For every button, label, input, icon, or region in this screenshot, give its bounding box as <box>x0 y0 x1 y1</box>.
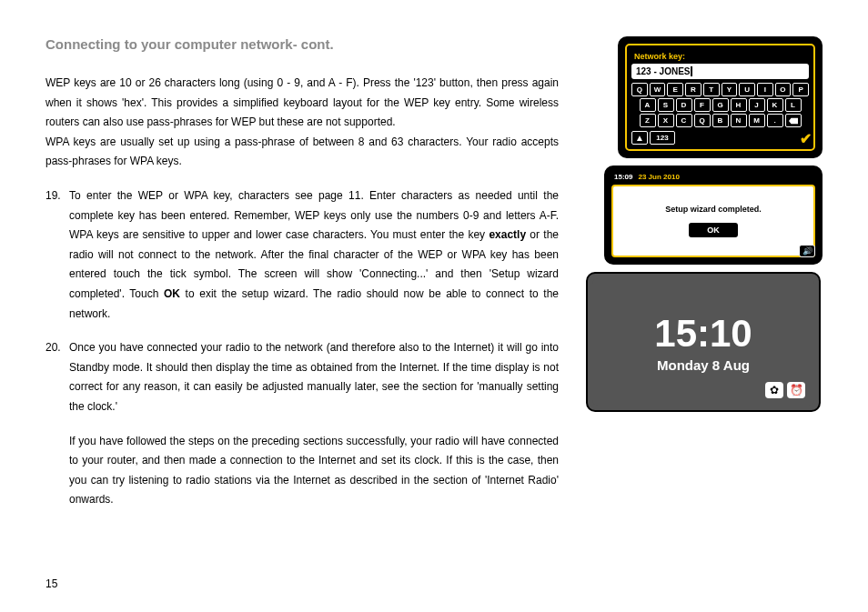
key-q[interactable]: Q <box>631 83 648 96</box>
device-standby-clock-screen: 15:10 Monday 8 Aug ✿ ⏰ <box>586 272 821 412</box>
key-k[interactable]: K <box>767 98 783 112</box>
text-cursor <box>691 66 692 76</box>
network-key-label: Network key: <box>634 52 809 61</box>
step-20-text-a: Once you have connected your radio to th… <box>69 338 559 416</box>
key-i[interactable]: I <box>757 83 773 96</box>
key-e[interactable]: E <box>667 83 683 96</box>
step-20-text-b: If you have followed the steps on the pr… <box>69 432 559 510</box>
step-20-number: 20. <box>45 338 64 525</box>
device-screens-column: Network key: 123 - JONES Q W E R T Y U I… <box>586 36 823 525</box>
key-dot[interactable]: . <box>767 114 783 127</box>
key-backspace[interactable] <box>785 114 802 127</box>
key-a[interactable]: A <box>640 98 656 112</box>
key-h[interactable]: H <box>731 98 747 112</box>
settings-icon[interactable]: ✿ <box>765 382 783 398</box>
paragraph-1: WEP keys are 10 or 26 characters long (u… <box>45 76 559 128</box>
key-f[interactable]: F <box>694 98 711 112</box>
speaker-icon[interactable]: 🔊 <box>799 245 815 257</box>
key-shift[interactable]: ▲ <box>631 131 648 145</box>
key-w[interactable]: W <box>650 83 666 96</box>
clock-time: 15:10 <box>654 312 752 356</box>
device-setup-complete-screen: 15:09 23 Jun 2010 Setup wizard completed… <box>604 166 823 265</box>
key-u[interactable]: U <box>739 83 755 96</box>
page-heading: Connecting to your computer network- con… <box>45 36 559 52</box>
key-b[interactable]: B <box>712 114 729 127</box>
clock-date: Monday 8 Aug <box>657 357 750 373</box>
step-19-bold-exactly: exactly <box>489 228 526 241</box>
keyboard-row-1: Q W E R T Y U I O P <box>631 83 809 96</box>
key-t[interactable]: T <box>703 83 720 96</box>
key-z[interactable]: Z <box>640 114 656 127</box>
step-19-number: 19. <box>45 186 64 338</box>
key-mode-123[interactable]: 123 <box>650 131 675 145</box>
key-n[interactable]: N <box>731 114 747 127</box>
network-key-input[interactable]: 123 - JONES <box>631 64 809 79</box>
key-q2[interactable]: Q <box>694 114 711 127</box>
setup-complete-message: Setup wizard completed. <box>665 205 762 214</box>
backspace-icon <box>789 117 798 125</box>
key-s[interactable]: S <box>658 98 674 112</box>
status-bar-time: 15:09 <box>614 173 632 181</box>
key-g[interactable]: G <box>712 98 729 112</box>
key-x[interactable]: X <box>658 114 674 127</box>
key-y[interactable]: Y <box>722 83 738 96</box>
key-j[interactable]: J <box>749 98 765 112</box>
keyboard-row-2: A S D F G H J K L <box>631 98 809 112</box>
key-c[interactable]: C <box>676 114 692 127</box>
paragraph-2: WPA keys are usually set up using a pass… <box>45 135 559 168</box>
key-d[interactable]: D <box>676 98 692 112</box>
key-p[interactable]: P <box>792 83 809 96</box>
keyboard-row-3: Z X C Q B N M . <box>631 114 809 127</box>
page-number: 15 <box>45 577 57 590</box>
key-l[interactable]: L <box>785 98 802 112</box>
step-19-bold-ok: OK <box>164 287 180 300</box>
step-19-text-a: To enter the WEP or WPA key, characters … <box>69 189 559 241</box>
status-bar-date: 23 Jun 2010 <box>638 173 679 181</box>
key-m[interactable]: M <box>749 114 765 127</box>
key-r[interactable]: R <box>685 83 701 96</box>
confirm-tick-icon[interactable]: ✔ <box>800 130 812 147</box>
alarm-icon[interactable]: ⏰ <box>787 382 805 398</box>
body-text: WEP keys are 10 or 26 characters long (u… <box>45 74 559 525</box>
device-keyboard-screen: Network key: 123 - JONES Q W E R T Y U I… <box>618 36 823 158</box>
key-o[interactable]: O <box>775 83 792 96</box>
network-key-value: 123 - JONES <box>636 66 690 76</box>
ok-button[interactable]: OK <box>689 223 738 237</box>
